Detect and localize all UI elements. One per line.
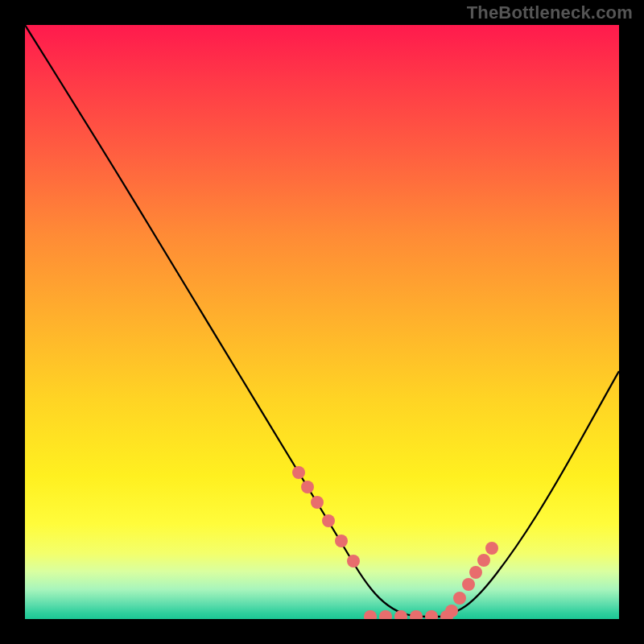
valley-marker-dot [477,554,490,567]
plot-area [25,25,619,619]
valley-marker-dot [301,481,314,493]
valley-marker-dot [311,496,324,509]
valley-marker-dot [322,514,335,527]
valley-marker-dot [485,542,498,555]
bottleneck-curve [25,25,619,617]
valley-marker-dot [379,610,392,619]
valley-marker-dot [364,610,377,619]
valley-markers [292,466,498,619]
valley-marker-dot [292,466,305,479]
valley-marker-dot [462,578,475,591]
curve-svg [25,25,619,619]
chart-container: TheBottleneck.com [0,0,644,644]
valley-marker-dot [453,592,466,605]
valley-marker-dot [445,605,458,617]
valley-marker-dot [335,535,348,547]
watermark-text: TheBottleneck.com [467,2,633,23]
valley-marker-dot [347,555,360,568]
valley-marker-dot [410,610,423,619]
valley-marker-dot [469,566,482,579]
valley-marker-dot [425,610,438,619]
